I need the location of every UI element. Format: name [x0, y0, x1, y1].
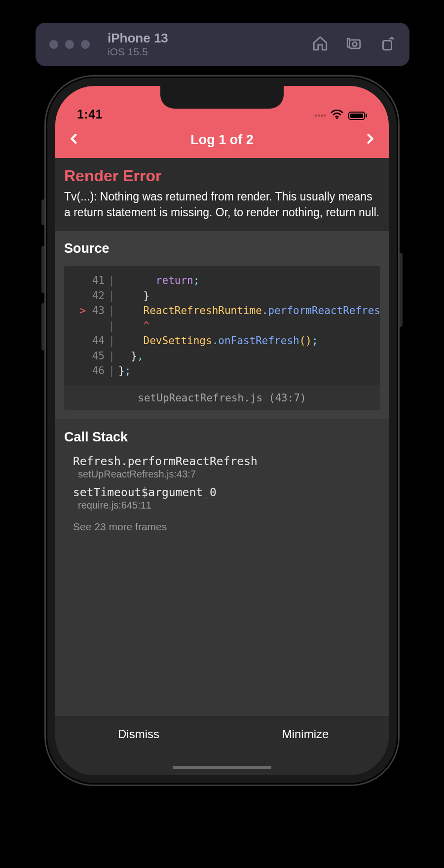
window-zoom-dot[interactable]: [81, 40, 90, 49]
battery-icon: [348, 112, 367, 120]
cellular-icon: [315, 115, 326, 117]
code-content: return;: [118, 273, 380, 288]
code-gutter: > 43: [64, 303, 109, 318]
see-more-frames[interactable]: See 23 more frames: [64, 514, 380, 533]
notch: [160, 86, 284, 109]
code-content: ^: [118, 318, 380, 333]
code-line: 44| DevSettings.onFastRefresh();: [64, 333, 380, 348]
code-line: 42| }: [64, 288, 380, 303]
code-pipe: |: [109, 363, 118, 378]
stack-frame[interactable]: Refresh.performReactRefreshsetUpReactRef…: [64, 452, 380, 483]
code-content: }: [118, 288, 380, 303]
svg-point-3: [336, 118, 337, 119]
code-content: };: [118, 363, 380, 378]
error-title: Render Error: [64, 167, 380, 185]
share-icon[interactable]: [379, 35, 396, 54]
window-close-dot[interactable]: [49, 40, 58, 49]
os-version: iOS 15.5: [108, 45, 168, 58]
stack-frame-location: require.js:645:11: [73, 499, 380, 511]
simulator-window-bar: iPhone 13 iOS 15.5: [36, 23, 409, 66]
code-pipe: |: [109, 303, 118, 318]
code-pipe: |: [109, 349, 118, 363]
stack-frame-location: setUpReactRefresh.js:43:7: [73, 468, 380, 480]
code-content: },: [118, 349, 380, 363]
error-message: Tv(...): Nothing was returned from rende…: [64, 189, 380, 220]
volume-up-button: [41, 246, 44, 293]
phone-frame: 1:41: [44, 75, 400, 786]
code-pipe: |: [109, 273, 118, 288]
home-indicator[interactable]: [173, 766, 271, 769]
device-name: iPhone 13: [108, 31, 168, 45]
next-log-button[interactable]: [363, 132, 377, 148]
code-gutter: 41: [64, 273, 109, 288]
code-line: 41| return;: [64, 273, 380, 288]
prev-log-button[interactable]: [67, 132, 81, 148]
code-gutter: 44: [64, 333, 109, 348]
code-line: 45| },: [64, 349, 380, 363]
log-nav-bar: Log 1 of 2: [55, 125, 389, 158]
stack-frame-function: setTimeout$argument_0: [73, 486, 380, 499]
code-box[interactable]: 41| return;42| }> 43| ReactRefreshRuntim…: [64, 266, 380, 409]
home-icon[interactable]: [312, 35, 329, 54]
window-minimize-dot[interactable]: [65, 40, 74, 49]
log-counter: Log 1 of 2: [190, 132, 254, 148]
stack-frame-function: Refresh.performReactRefresh: [73, 455, 380, 468]
code-line: 46|};: [64, 363, 380, 378]
stack-frame[interactable]: setTimeout$argument_0require.js:645:11: [64, 483, 380, 514]
code-pipe: |: [109, 288, 118, 303]
code-content: ReactRefreshRuntime.performReactRefresh: [118, 303, 380, 318]
call-stack-block: Call Stack Refresh.performReactRefreshse…: [55, 419, 389, 542]
mute-switch: [41, 199, 44, 225]
error-box: Render Error Tv(...): Nothing was return…: [55, 158, 389, 231]
screenshot-icon[interactable]: [345, 35, 362, 54]
code-content: DevSettings.onFastRefresh();: [118, 333, 380, 348]
source-location: setUpReactRefresh.js (43:7): [64, 386, 380, 410]
code-line: | ^: [64, 318, 380, 333]
code-gutter: 42: [64, 288, 109, 303]
code-pipe: |: [109, 333, 118, 348]
svg-point-1: [353, 42, 357, 46]
volume-down-button: [41, 303, 44, 351]
power-button: [400, 253, 403, 327]
svg-rect-0: [350, 40, 360, 48]
code-gutter: 46: [64, 363, 109, 378]
wifi-icon: [331, 110, 343, 121]
code-pipe: |: [109, 318, 118, 333]
window-traffic-lights[interactable]: [49, 40, 90, 49]
svg-rect-2: [383, 40, 392, 49]
code-gutter: 45: [64, 349, 109, 363]
status-time: 1:41: [77, 107, 103, 121]
call-stack-header: Call Stack: [64, 419, 380, 452]
simulator-title: iPhone 13 iOS 15.5: [108, 31, 168, 58]
code-line: > 43| ReactRefreshRuntime.performReactRe…: [64, 303, 380, 318]
source-header: Source: [55, 231, 389, 266]
source-block: 41| return;42| }> 43| ReactRefreshRuntim…: [55, 266, 389, 418]
